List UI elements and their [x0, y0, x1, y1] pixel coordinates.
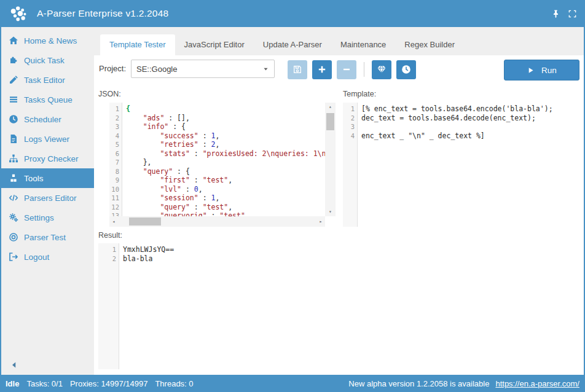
code-line: 1[% enc_text = tools.base64.encode('bla-…: [343, 104, 583, 114]
sidebar-collapse-arrow[interactable]: [10, 361, 18, 369]
sidebar-item-parsers-editor[interactable]: Parsers Editor: [0, 188, 94, 208]
list-icon: [9, 95, 18, 104]
line-number: 8: [109, 167, 122, 176]
result-panel-label: Result:: [98, 231, 122, 240]
gears-icon: [9, 213, 18, 222]
sidebar: Home & NewsQuick TaskTask EditorTasks Qu…: [0, 27, 94, 375]
code-icon: [9, 193, 18, 203]
tab-regex-builder[interactable]: Regex Builder: [395, 34, 464, 55]
run-button[interactable]: Run: [504, 60, 579, 80]
add-button[interactable]: [312, 60, 332, 79]
scroll-up-arrow-icon[interactable]: ▴: [325, 103, 336, 111]
code-line: 1YmxhLWJsYQ==: [98, 245, 583, 254]
line-number: 3: [343, 122, 358, 131]
sidebar-item-settings[interactable]: Settings: [0, 208, 94, 227]
code-line: 2 "ads" : [],: [109, 114, 325, 123]
sidebar-item-parser-test[interactable]: Parser Test: [0, 227, 94, 247]
remove-button[interactable]: [337, 60, 356, 79]
presets-button[interactable]: [372, 60, 391, 79]
vscroll-thumb[interactable]: [326, 113, 334, 130]
main-content: Project: SE::Google Run JSON: Template: …: [94, 55, 585, 375]
line-number: 1: [98, 245, 119, 254]
scrollbar-corner: [325, 216, 336, 227]
code-line: 12 "query" : "test",: [109, 203, 325, 212]
sidebar-item-label: Tools: [24, 174, 44, 183]
status-threads: Threads: 0: [155, 379, 193, 388]
json-vscrollbar[interactable]: ▴ ▾: [325, 103, 336, 216]
sidebar-item-label: Settings: [24, 213, 54, 222]
history-button[interactable]: [396, 60, 416, 79]
save-button[interactable]: [288, 60, 307, 79]
toolbar-separator: [364, 62, 364, 77]
line-number: 12: [109, 203, 122, 212]
clock-icon: [401, 65, 411, 74]
status-bar: IdleTasks: 0/1Proxies: 14997/14997Thread…: [0, 375, 585, 392]
project-label: Project:: [99, 64, 126, 73]
json-hscrollbar[interactable]: ◂ ▸: [109, 216, 325, 227]
line-number: 2: [109, 114, 122, 123]
sidebar-item-label: Logout: [24, 253, 49, 262]
json-code-area[interactable]: 1{2 "ads" : [],3 "info" : {4 "success" :…: [109, 103, 325, 216]
json-editor: 1{2 "ads" : [],3 "info" : {4 "success" :…: [109, 103, 336, 227]
sidebar-item-label: Task Editor: [24, 76, 65, 85]
sidebar-item-logs-viewer[interactable]: Logs Viewer: [0, 129, 94, 149]
update-link[interactable]: https://en.a-parser.com/: [495, 379, 579, 388]
logout-icon: [9, 252, 18, 262]
code-line: 2dec_text = tools.base64.decode(enc_text…: [343, 114, 583, 123]
sidebar-item-tools[interactable]: Tools: [0, 168, 94, 188]
line-number: 1: [109, 104, 122, 114]
plus-icon: [317, 65, 327, 74]
scroll-down-arrow-icon[interactable]: ▾: [325, 208, 336, 216]
line-number: 4: [109, 131, 122, 141]
title-bar: A-Parser Enterprise v1.2.2048: [0, 0, 585, 27]
sidebar-item-scheduler[interactable]: Scheduler: [0, 109, 94, 129]
clock-icon: [9, 114, 18, 124]
json-panel-label: JSON:: [98, 90, 121, 98]
sidebar-item-logout[interactable]: Logout: [0, 247, 94, 267]
sidebar-item-proxy-checker[interactable]: Proxy Checker: [0, 149, 94, 168]
result-editor: 1YmxhLWJsYQ==2bla-bla: [98, 243, 583, 369]
line-number: 5: [109, 140, 122, 149]
tab-javascript-editor[interactable]: JavaScript Editor: [175, 34, 254, 55]
play-icon: [527, 66, 535, 74]
scroll-left-arrow-icon[interactable]: ◂: [109, 216, 118, 227]
sidebar-menu: Home & NewsQuick TaskTask EditorTasks Qu…: [0, 31, 94, 267]
gem-icon: [377, 65, 387, 74]
puzzle-icon: [9, 55, 18, 65]
scroll-right-arrow-icon[interactable]: ▸: [316, 216, 325, 227]
line-number: 3: [109, 122, 122, 131]
window-title: A-Parser Enterprise v1.2.2048: [37, 8, 168, 19]
sidebar-item-label: Tasks Queue: [24, 95, 73, 104]
sidebar-item-label: Home & News: [24, 36, 77, 45]
code-line: 11 "session" : 1,: [109, 194, 325, 203]
result-code-area[interactable]: 1YmxhLWJsYQ==2bla-bla: [98, 243, 583, 369]
template-code-area[interactable]: 1[% enc_text = tools.base64.encode('bla-…: [343, 103, 583, 227]
fullscreen-icon[interactable]: [568, 9, 577, 18]
line-number: 13: [109, 211, 122, 216]
sidebar-item-tasks-queue[interactable]: Tasks Queue: [0, 90, 94, 109]
tab-template-tester[interactable]: Template Tester: [100, 34, 175, 55]
tab-update-a-parser[interactable]: Update A-Parser: [254, 34, 331, 55]
sidebar-item-quick-task[interactable]: Quick Task: [0, 50, 94, 70]
sidebar-item-label: Parser Test: [24, 233, 66, 242]
sidebar-item-home-news[interactable]: Home & News: [0, 31, 94, 50]
sidebar-item-label: Proxy Checker: [24, 154, 79, 163]
code-line: 4enc_text _ "\n" _ dec_text %]: [343, 131, 583, 141]
code-line: 13 "queryorig" : "test",: [109, 211, 325, 216]
code-line: 2bla-bla: [98, 254, 583, 264]
sidebar-item-task-editor[interactable]: Task Editor: [0, 70, 94, 90]
sitemap-icon: [9, 154, 18, 163]
tab-maintenance[interactable]: Maintenance: [331, 34, 395, 55]
pin-icon[interactable]: [551, 9, 560, 18]
app-window: A-Parser Enterprise v1.2.2048 Home & New…: [0, 0, 585, 392]
line-number: 10: [109, 185, 122, 194]
project-select[interactable]: SE::Google: [131, 60, 275, 78]
project-select-value: SE::Google: [132, 65, 262, 74]
minus-icon: [342, 65, 351, 74]
home-icon: [9, 36, 18, 45]
sidebar-item-label: Logs Viewer: [24, 135, 69, 144]
update-available-text: New alpha version 1.2.2058 is available: [348, 379, 489, 388]
target-icon: [9, 232, 18, 242]
sidebar-item-label: Scheduler: [24, 115, 61, 124]
hscroll-thumb[interactable]: [129, 218, 161, 225]
